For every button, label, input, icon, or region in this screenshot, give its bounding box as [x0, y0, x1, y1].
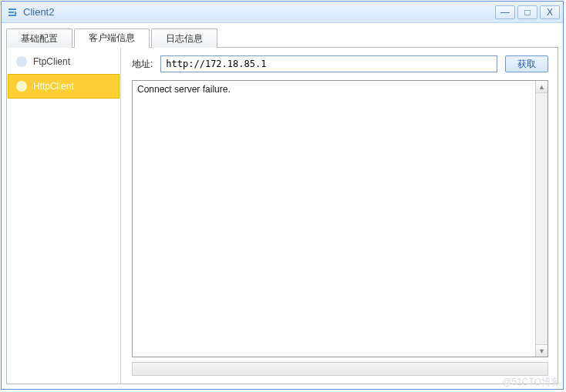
tab-label: 基础配置	[21, 32, 58, 45]
scroll-track[interactable]	[536, 93, 547, 344]
bullet-icon	[16, 56, 27, 67]
tab-logs[interactable]: 日志信息	[151, 28, 217, 48]
tab-label: 日志信息	[166, 32, 203, 45]
output-panel: Connect server failure. ▲ ▼	[132, 80, 548, 357]
app-window: Client2 — □ X 基础配置 客户端信息 日志信息 FtpClient …	[1, 1, 564, 390]
sidebar-item-ftp[interactable]: FtpClient	[8, 49, 120, 74]
tab-basic[interactable]: 基础配置	[6, 28, 72, 48]
minimize-button[interactable]: —	[495, 5, 515, 19]
app-icon	[6, 6, 19, 18]
scroll-up-icon[interactable]: ▲	[536, 81, 547, 93]
sidebar-item-label: HttpClient	[33, 81, 74, 92]
client-sidebar: FtpClient HttpClient	[7, 48, 121, 384]
tabpage-clients: FtpClient HttpClient 地址: 获取 Connect serv…	[6, 48, 558, 384]
tab-clients[interactable]: 客户端信息	[74, 28, 150, 48]
sidebar-item-label: FtpClient	[33, 56, 70, 67]
window-title: Client2	[23, 6, 54, 18]
address-input[interactable]	[160, 55, 497, 72]
tab-label: 客户端信息	[89, 32, 135, 45]
fetch-button[interactable]: 获取	[505, 55, 548, 72]
content-area: 基础配置 客户端信息 日志信息 FtpClient HttpClient 地址:	[2, 23, 563, 389]
output-text[interactable]: Connect server failure.	[133, 81, 535, 357]
scroll-down-icon[interactable]: ▼	[536, 344, 547, 357]
close-button[interactable]: X	[540, 5, 560, 19]
address-row: 地址: 获取	[132, 55, 548, 72]
sidebar-item-http[interactable]: HttpClient	[8, 74, 120, 99]
maximize-button[interactable]: □	[517, 5, 537, 19]
status-bar	[132, 362, 548, 376]
address-label: 地址:	[132, 58, 153, 71]
main-panel: 地址: 获取 Connect server failure. ▲ ▼	[121, 48, 558, 384]
tabstrip: 基础配置 客户端信息 日志信息	[6, 28, 558, 48]
bullet-icon	[16, 81, 27, 92]
titlebar[interactable]: Client2 — □ X	[2, 2, 563, 23]
vertical-scrollbar[interactable]: ▲ ▼	[535, 81, 547, 357]
